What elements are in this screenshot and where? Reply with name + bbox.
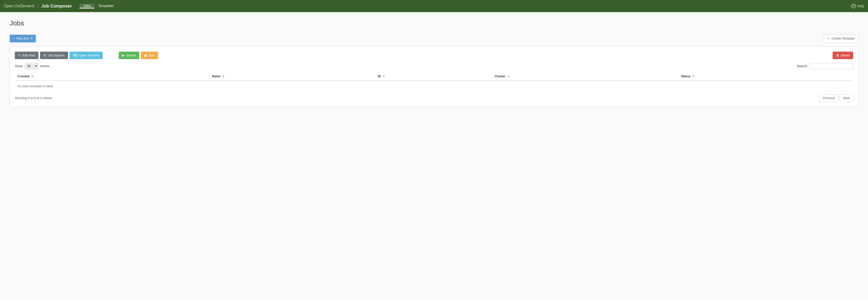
- col-created[interactable]: Created ⇅: [15, 72, 209, 81]
- open-terminal-label: Open Terminal: [79, 53, 99, 58]
- col-name[interactable]: Name ⇅: [209, 72, 375, 81]
- stop-label: Stop: [148, 53, 155, 58]
- toolbar-row: New Job Create Template: [10, 34, 858, 43]
- col-name-label: Name: [212, 74, 220, 78]
- new-job-button[interactable]: New Job: [10, 35, 36, 42]
- search-label: Search:: [797, 64, 808, 68]
- table-controls: Show 10 25 50 100 entries Search:: [15, 63, 853, 69]
- entries-select[interactable]: 10 25 50 100: [25, 63, 38, 69]
- play-icon: [122, 53, 125, 58]
- sort-icon-status: ⇅: [692, 75, 694, 78]
- dropdown-caret-icon: [31, 38, 32, 39]
- show-entries: Show 10 25 50 100 entries: [15, 63, 50, 69]
- search-box: Search:: [797, 63, 853, 69]
- col-id-label: ID: [378, 74, 381, 78]
- open-terminal-button[interactable]: Open Terminal: [69, 52, 103, 59]
- trash-icon: [836, 53, 839, 58]
- help-label[interactable]: Help: [857, 4, 864, 8]
- col-created-label: Created: [18, 74, 29, 78]
- action-buttons: Edit Files Job Options Open Terminal Sub…: [15, 52, 853, 59]
- plus-icon: [13, 36, 15, 41]
- no-data-message: No data available in table: [15, 81, 853, 91]
- job-options-label: Job Options: [48, 53, 64, 58]
- breadcrumb-separator: /: [37, 4, 38, 9]
- pencil-icon: [18, 53, 21, 58]
- submit-button[interactable]: Submit: [119, 52, 139, 59]
- nav-jobs[interactable]: Jobs: [80, 4, 94, 8]
- col-status[interactable]: Status ⇅: [678, 72, 853, 81]
- nav-templates[interactable]: Templates: [94, 4, 118, 8]
- edit-files-button[interactable]: Edit Files: [15, 52, 38, 59]
- sort-icon-cluster: ⇅: [507, 75, 509, 78]
- stop-icon: [144, 53, 147, 58]
- new-job-label: New Job: [17, 36, 29, 41]
- navbar-links: Jobs Templates: [80, 4, 118, 8]
- showing-entries-text: Showing 0 to 0 of 0 entries: [15, 96, 52, 100]
- table-footer: Showing 0 to 0 of 0 entries Previous Nex…: [15, 94, 853, 102]
- terminal-icon: [73, 53, 78, 58]
- no-data-row: No data available in table: [15, 81, 853, 91]
- show-label: Show: [15, 64, 23, 68]
- main-content: Jobs New Job Create Template Edit Files …: [0, 12, 868, 114]
- jobs-panel: Edit Files Job Options Open Terminal Sub…: [10, 47, 858, 107]
- col-status-label: Status: [681, 74, 691, 78]
- navbar-left: Open OnDemand / Job Composer Jobs Templa…: [4, 4, 118, 9]
- table-body: No data available in table: [15, 81, 853, 91]
- create-template-label: Create Template: [832, 36, 855, 41]
- help-icon: ?: [851, 4, 856, 8]
- entries-label: entries: [40, 64, 50, 68]
- app-brand[interactable]: Open OnDemand: [4, 4, 34, 8]
- delete-button[interactable]: Delete: [833, 52, 853, 59]
- sort-icon-created: ⇅: [31, 75, 33, 78]
- search-input[interactable]: [810, 63, 853, 69]
- jobs-table: Created ⇅ Name ⇅ ID ⇅ Cluster ⇅: [15, 72, 853, 91]
- col-id[interactable]: ID ⇅: [375, 72, 492, 81]
- stop-button[interactable]: Stop: [141, 52, 158, 59]
- sort-icon-id: ⇅: [383, 75, 385, 78]
- delete-label: Delete: [841, 53, 850, 58]
- col-cluster[interactable]: Cluster ⇅: [492, 72, 678, 81]
- sort-icon-name: ⇅: [222, 75, 224, 78]
- col-cluster-label: Cluster: [495, 74, 505, 78]
- table-header: Created ⇅ Name ⇅ ID ⇅ Cluster ⇅: [15, 72, 853, 81]
- edit-files-label: Edit Files: [22, 53, 35, 58]
- pagination-buttons: Previous Next: [819, 94, 853, 102]
- job-options-button[interactable]: Job Options: [40, 52, 68, 59]
- page-title: Jobs: [10, 20, 858, 27]
- submit-label: Submit: [126, 53, 136, 58]
- previous-button[interactable]: Previous: [819, 94, 839, 102]
- navbar-right: ? Help: [851, 4, 864, 8]
- next-button[interactable]: Next: [839, 94, 853, 102]
- cog-icon: [43, 53, 46, 58]
- create-template-button[interactable]: Create Template: [824, 34, 858, 43]
- app-title: Job Composer: [41, 4, 72, 9]
- navbar: Open OnDemand / Job Composer Jobs Templa…: [0, 0, 868, 12]
- star-icon: [827, 36, 830, 41]
